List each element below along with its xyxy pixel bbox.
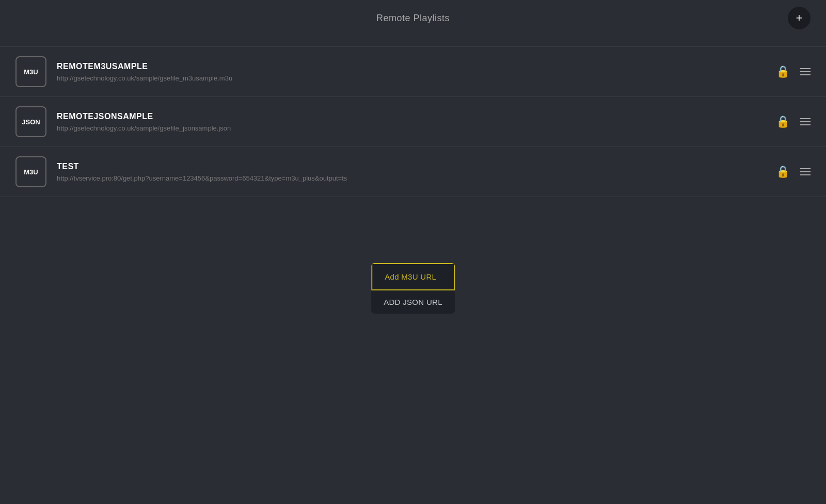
list-item: M3U TEST http://tvservice.pro:80/get.php… — [0, 147, 826, 197]
playlist-info-3: TEST http://tvservice.pro:80/get.php?use… — [57, 162, 776, 182]
list-item: M3U REMOTEM3USAMPLE http://gsetechnology… — [0, 46, 826, 97]
playlist-badge-json-2: JSON — [15, 106, 46, 137]
list-item: JSON REMOTEJSONSAMPLE http://gsetechnolo… — [0, 97, 826, 147]
playlist-badge-m3u-3: M3U — [15, 156, 46, 187]
lock-icon-3[interactable]: 🔒 — [776, 165, 790, 178]
lock-icon-1[interactable]: 🔒 — [776, 65, 790, 78]
playlist-name-3: TEST — [57, 162, 776, 171]
playlist-info-2: REMOTEJSONSAMPLE http://gsetechnology.co… — [57, 112, 776, 132]
menu-icon-2[interactable] — [800, 118, 811, 125]
menu-icon-3[interactable] — [800, 168, 811, 175]
page-title: Remote Playlists — [376, 13, 450, 24]
playlist-list: M3U REMOTEM3USAMPLE http://gsetechnology… — [0, 36, 826, 207]
add-button[interactable]: + — [788, 7, 811, 29]
playlist-name-2: REMOTEJSONSAMPLE — [57, 112, 776, 121]
playlist-url-2: http://gsetechnology.co.uk/sample/gsefil… — [57, 124, 776, 132]
playlist-actions-2: 🔒 — [776, 115, 811, 128]
menu-icon-1[interactable] — [800, 68, 811, 75]
add-url-dropdown: Add M3U URL ADD JSON URL — [371, 263, 455, 314]
header: Remote Playlists + — [0, 0, 826, 36]
lock-icon-2[interactable]: 🔒 — [776, 115, 790, 128]
playlist-actions-3: 🔒 — [776, 165, 811, 178]
playlist-badge-m3u-1: M3U — [15, 56, 46, 87]
playlist-actions-1: 🔒 — [776, 65, 811, 78]
add-m3u-url-button[interactable]: Add M3U URL — [371, 263, 455, 290]
playlist-name-1: REMOTEM3USAMPLE — [57, 62, 776, 71]
playlist-url-1: http://gsetechnology.co.uk/sample/gsefil… — [57, 74, 776, 82]
playlist-info-1: REMOTEM3USAMPLE http://gsetechnology.co.… — [57, 62, 776, 82]
add-json-url-button[interactable]: ADD JSON URL — [371, 290, 455, 314]
playlist-url-3: http://tvservice.pro:80/get.php?username… — [57, 174, 776, 182]
